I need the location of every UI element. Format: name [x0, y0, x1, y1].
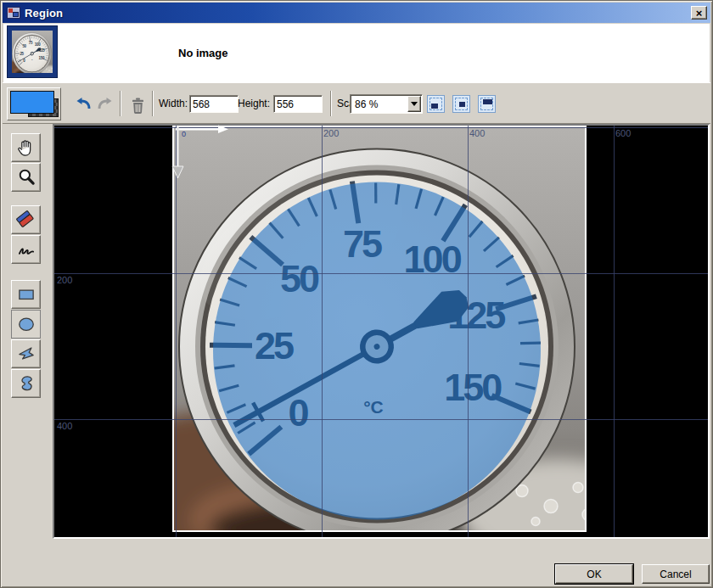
hand-icon	[15, 137, 37, 159]
no-image-label: No image	[178, 24, 228, 82]
cancel-button[interactable]: Cancel	[642, 564, 710, 584]
region-color-button[interactable]	[7, 87, 61, 120]
preview-panel: 0255075100125150°C No image	[3, 24, 710, 82]
tool-freeform-button[interactable]	[11, 369, 41, 398]
toolbar: Width: Height: Scale: 86 %	[3, 82, 710, 123]
grid-y-label: 400	[57, 421, 72, 431]
titlebar[interactable]: Region ×	[3, 3, 710, 23]
height-input[interactable]	[273, 95, 323, 113]
scale-value: 86 %	[355, 95, 378, 113]
thumbnail-gauge-photo: 0255075100125150°C	[12, 31, 53, 73]
ellipse-icon	[15, 313, 37, 335]
tool-pan-button[interactable]	[11, 133, 41, 162]
redo-button[interactable]	[94, 93, 116, 115]
stretch-button[interactable]	[478, 95, 496, 113]
grid-x-label: 600	[615, 128, 631, 138]
undo-icon	[73, 94, 93, 115]
grid-vline	[614, 126, 615, 537]
height-label: Height:	[238, 83, 270, 124]
scribble-icon	[15, 238, 37, 260]
tool-freehand-button[interactable]	[11, 235, 41, 264]
delete-button[interactable]	[126, 93, 149, 115]
chevron-down-icon	[411, 102, 418, 106]
svg-text:25: 25	[20, 52, 24, 56]
polygon-icon	[15, 343, 37, 365]
freeform-icon	[15, 372, 37, 395]
window-icon	[7, 7, 20, 19]
toolbar-separator	[152, 91, 154, 116]
gauge-photo[interactable]: 0255075100125150°C	[172, 126, 587, 532]
rectangle-icon	[15, 283, 37, 305]
magnifier-icon	[15, 166, 37, 188]
ok-button[interactable]: OK	[555, 564, 633, 584]
preview-thumbnail: 0255075100125150°C	[7, 25, 58, 78]
region-dialog: Region × 0255075100125150°C No image	[0, 0, 713, 588]
grid-y-label: 200	[57, 275, 72, 285]
undo-button[interactable]	[72, 93, 94, 115]
tool-eraser-button[interactable]	[11, 205, 41, 234]
toolbar-separator	[330, 91, 332, 116]
svg-text:150: 150	[39, 56, 45, 60]
width-input[interactable]	[189, 95, 239, 113]
tool-polygon-button[interactable]	[11, 339, 41, 368]
redo-icon	[95, 94, 115, 115]
window-icon-blue-square	[13, 12, 19, 17]
tool-rectangle-button[interactable]	[11, 280, 41, 309]
close-button[interactable]: ×	[691, 6, 707, 20]
svg-text:100: 100	[35, 42, 41, 47]
eraser-icon	[15, 209, 37, 231]
canvas[interactable]: 0255075100125150°C 200400600200400 0	[53, 124, 710, 539]
color-swatch	[10, 91, 54, 114]
tool-ellipse-button[interactable]	[11, 310, 41, 339]
width-label: Width:	[159, 83, 188, 124]
gauge-photo-image: 0255075100125150°C	[174, 127, 585, 530]
tool-zoom-button[interactable]	[11, 163, 41, 192]
zoom-fit-button[interactable]	[427, 95, 445, 113]
scale-dropdown-button[interactable]	[407, 96, 421, 112]
trash-icon	[127, 94, 148, 116]
window-title: Region	[25, 7, 63, 20]
toolbar-separator	[120, 91, 121, 116]
actual-size-button[interactable]	[452, 95, 470, 113]
scale-combobox[interactable]: 86 %	[350, 94, 423, 114]
